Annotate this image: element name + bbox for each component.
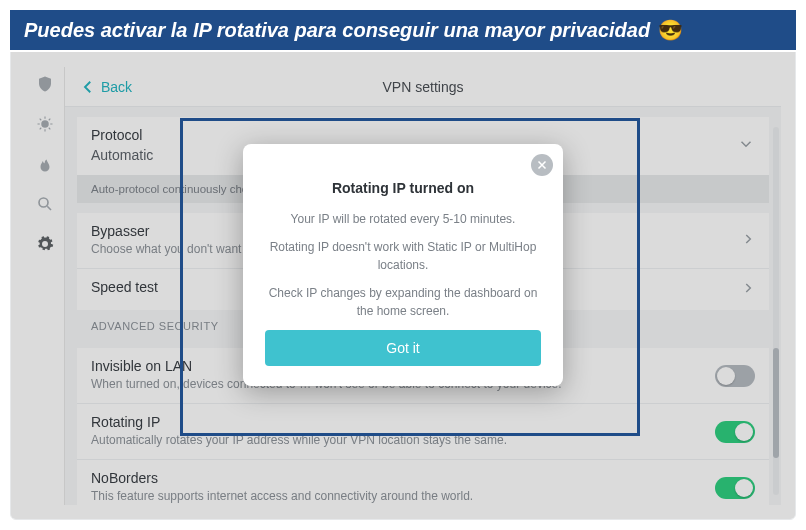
search-icon[interactable] xyxy=(36,195,54,213)
scrollbar[interactable] xyxy=(773,127,779,495)
chevron-right-icon xyxy=(741,281,755,299)
rotating-ip-modal: Rotating IP turned on Your IP will be ro… xyxy=(243,144,563,386)
chevron-down-icon xyxy=(737,135,755,157)
back-label: Back xyxy=(101,79,132,95)
page-title: VPN settings xyxy=(383,79,464,95)
modal-p3: Check IP changes by expanding the dashbo… xyxy=(265,284,541,320)
noborders-toggle[interactable] xyxy=(715,477,755,499)
modal-p1: Your IP will be rotated every 5-10 minut… xyxy=(265,210,541,228)
header: Back VPN settings xyxy=(65,67,781,107)
close-icon[interactable] xyxy=(531,154,553,176)
gear-icon[interactable] xyxy=(36,235,54,253)
rotating-toggle[interactable] xyxy=(715,421,755,443)
svg-point-1 xyxy=(39,198,48,207)
rotating-label: Rotating IP xyxy=(91,414,755,430)
noborders-label: NoBorders xyxy=(91,470,755,486)
scrollbar-thumb[interactable] xyxy=(773,348,779,458)
sidebar xyxy=(25,67,65,505)
modal-p2: Rotating IP doesn't work with Static IP … xyxy=(265,238,541,274)
banner-emoji: 😎 xyxy=(658,18,683,42)
noborders-sub: This feature supports internet access an… xyxy=(91,489,755,503)
protocol-label: Protocol xyxy=(91,127,755,143)
chevron-right-icon xyxy=(741,232,755,250)
banner-text: Puedes activar la IP rotativa para conse… xyxy=(24,19,650,42)
modal-title: Rotating IP turned on xyxy=(265,180,541,196)
invisible-toggle[interactable] xyxy=(715,365,755,387)
alert-icon[interactable] xyxy=(36,155,54,173)
button-label: Got it xyxy=(386,340,419,356)
back-button[interactable]: Back xyxy=(79,78,132,96)
noborders-row: NoBorders This feature supports internet… xyxy=(77,459,769,505)
svg-point-0 xyxy=(41,120,49,128)
antivirus-icon[interactable] xyxy=(36,115,54,133)
shield-icon[interactable] xyxy=(36,75,54,93)
rotating-ip-row: Rotating IP Automatically rotates your I… xyxy=(77,403,769,459)
rotating-sub: Automatically rotates your IP address wh… xyxy=(91,433,755,447)
got-it-button[interactable]: Got it xyxy=(265,330,541,366)
annotation-banner: Puedes activar la IP rotativa para conse… xyxy=(8,8,798,52)
